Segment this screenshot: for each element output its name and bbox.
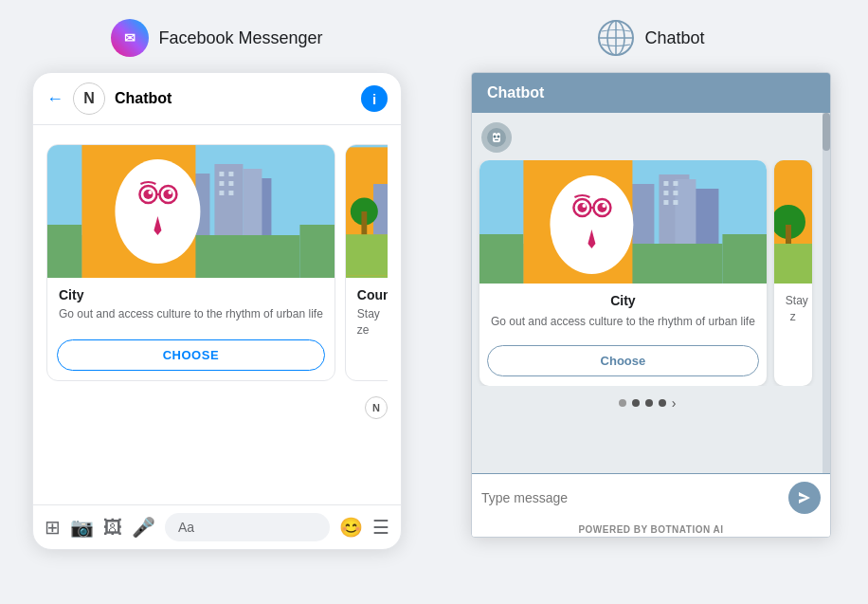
info-icon[interactable]: i	[361, 85, 388, 112]
svg-point-26	[168, 191, 172, 194]
messenger-card-country: Countr Stay ze	[345, 144, 388, 381]
svg-rect-51	[663, 191, 668, 195]
svg-rect-8	[219, 172, 224, 176]
webchat-topbar: Chatbot	[472, 73, 830, 113]
webchat-card-city-image	[479, 160, 767, 284]
webchat-scrollbar-thumb[interactable]	[823, 113, 830, 151]
messenger-card-city-title: City	[59, 287, 323, 302]
webchat-header: Chatbot	[597, 19, 704, 57]
svg-point-39	[494, 136, 497, 138]
grid-icon[interactable]: ⊞	[45, 516, 61, 539]
webchat-scrollbar[interactable]	[823, 113, 830, 473]
svg-rect-11	[228, 181, 233, 186]
svg-rect-13	[228, 191, 233, 195]
messenger-icon: ✉	[111, 19, 149, 57]
svg-rect-32	[361, 211, 367, 234]
messenger-card-city-image	[47, 145, 335, 278]
svg-rect-29	[346, 234, 388, 276]
svg-rect-9	[228, 172, 233, 176]
webchat-card-city-title: City	[491, 293, 755, 308]
svg-point-66	[582, 204, 586, 208]
webchat-panel: Chatbot Chatbot	[453, 19, 849, 538]
messenger-chat-area: City Go out and access culture to the rh…	[33, 125, 401, 504]
svg-point-64	[577, 203, 587, 212]
svg-rect-72	[786, 225, 791, 244]
webchat-card-country-image	[774, 160, 812, 284]
webchat-card-city-desc: Go out and access culture to the rhythm …	[491, 314, 755, 330]
messenger-attribution: N	[365, 396, 388, 419]
messenger-input[interactable]: Aa	[165, 513, 330, 541]
messenger-bottom-bar: ⊞ 📷 🖼 🎤 Aa 😊 ☰	[33, 504, 401, 549]
webchat-powered-by: Powered by BOTNATION AI	[472, 522, 830, 537]
mic-icon[interactable]: 🎤	[132, 516, 155, 539]
webchat-card-city-body: City Go out and access culture to the rh…	[479, 284, 767, 345]
image-icon[interactable]: 🖼	[103, 517, 122, 539]
webchat-frame: Chatbot	[471, 72, 831, 538]
messenger-panel: ✉ Facebook Messenger ← N Chatbot i	[19, 19, 415, 550]
messenger-header: ✉ Facebook Messenger	[111, 19, 322, 57]
svg-rect-47	[692, 189, 718, 244]
messenger-card-city: City Go out and access culture to the rh…	[46, 144, 335, 381]
svg-point-24	[163, 190, 172, 199]
messenger-card-country-image	[346, 145, 388, 278]
dot-4[interactable]	[659, 399, 666, 407]
svg-rect-41	[495, 139, 498, 140]
back-arrow-icon[interactable]: ←	[46, 89, 63, 109]
svg-point-65	[597, 203, 606, 212]
webchat-card-city: City Go out and access culture to the rh…	[479, 160, 767, 386]
svg-point-23	[143, 190, 153, 199]
dot-2[interactable]	[632, 399, 640, 407]
svg-rect-17	[148, 164, 152, 172]
webchat-send-button[interactable]	[788, 482, 821, 514]
svg-rect-18	[155, 162, 159, 172]
webchat-message-input[interactable]	[481, 490, 781, 505]
svg-point-40	[497, 136, 500, 138]
webchat-choose-button[interactable]: Choose	[487, 345, 759, 376]
emoji-icon[interactable]: 😊	[339, 516, 363, 539]
svg-rect-48	[675, 179, 696, 244]
svg-point-25	[148, 191, 152, 194]
messenger-card-city-desc: Go out and access culture to the rhythm …	[59, 306, 323, 322]
svg-text:✉: ✉	[124, 30, 136, 46]
svg-rect-42	[496, 131, 497, 134]
messenger-choose-button[interactable]: CHOOSE	[57, 339, 325, 371]
messenger-card-country-body: Countr Stay ze	[346, 278, 388, 348]
next-arrow-icon[interactable]: ›	[672, 395, 677, 411]
messenger-topbar: ← N Chatbot i	[33, 73, 401, 125]
svg-rect-59	[589, 175, 593, 185]
messenger-card-country-title: Countr	[357, 287, 388, 302]
dot-3[interactable]	[645, 399, 653, 407]
svg-rect-10	[219, 181, 224, 186]
dot-1[interactable]	[619, 399, 626, 407]
messenger-card-country-desc: Stay ze	[357, 306, 388, 339]
webchat-chat-title: Chatbot	[487, 84, 544, 101]
svg-rect-70	[774, 244, 812, 284]
svg-rect-12	[219, 191, 224, 195]
messenger-card-carousel: City Go out and access culture to the rh…	[46, 144, 388, 381]
webchat-dots-nav: ›	[472, 395, 830, 411]
globe-icon	[597, 19, 635, 57]
svg-rect-58	[583, 177, 587, 185]
messenger-card-city-body: City Go out and access culture to the rh…	[47, 278, 335, 332]
svg-point-67	[602, 204, 606, 208]
svg-rect-53	[663, 200, 668, 205]
camera-icon[interactable]: 📷	[70, 516, 94, 539]
webchat-card-row: City Go out and access culture to the rh…	[472, 160, 830, 386]
svg-rect-60	[596, 177, 600, 185]
webchat-card-country: Stay z	[774, 160, 812, 386]
svg-rect-49	[663, 181, 668, 186]
webchat-chat-area: City Go out and access culture to the rh…	[472, 113, 830, 473]
webchat-input-area	[472, 473, 830, 522]
messenger-chat-name: Chatbot	[115, 90, 352, 107]
messenger-panel-title: Facebook Messenger	[158, 28, 322, 48]
messenger-phone-frame: ← N Chatbot i	[32, 72, 402, 550]
webchat-panel-title: Chatbot	[644, 28, 704, 48]
svg-rect-52	[673, 191, 678, 195]
svg-rect-19	[163, 164, 167, 172]
webchat-card-country-desc: Stay z	[786, 293, 801, 325]
svg-rect-50	[673, 181, 678, 186]
svg-rect-7	[243, 169, 262, 235]
webchat-bot-avatar	[481, 122, 512, 153]
svg-rect-54	[673, 200, 678, 205]
menu-icon[interactable]: ☰	[372, 516, 389, 539]
